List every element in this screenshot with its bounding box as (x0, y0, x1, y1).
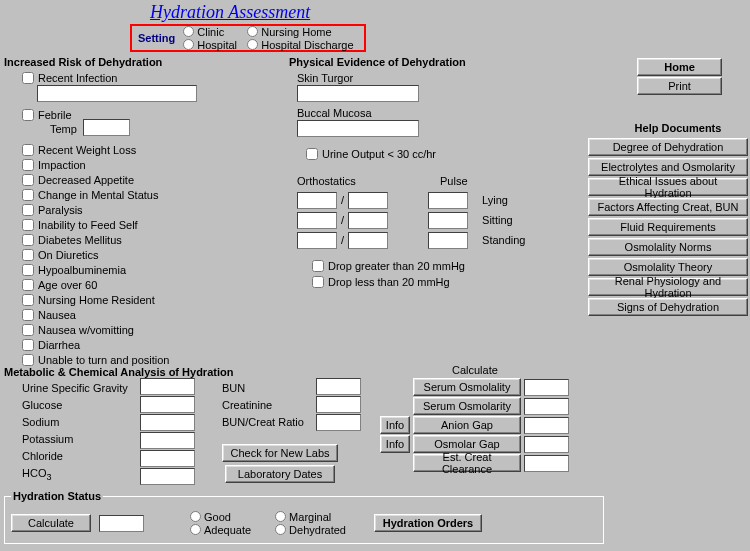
bun-creat-label: BUN/Creat Ratio (222, 416, 304, 428)
ortho-sys-standing[interactable] (297, 232, 337, 249)
potassium-label: Potassium (22, 433, 128, 445)
drop-lt-check[interactable]: Drop less than 20 mmHg (312, 274, 450, 289)
risk-item[interactable]: Impaction (22, 157, 169, 172)
risk-item[interactable]: On Diuretics (22, 247, 169, 262)
lying-label: Lying (482, 194, 508, 206)
drop-lt-label: Drop less than 20 mmHg (328, 276, 450, 288)
help-doc-button[interactable]: Electrolytes and Osmolarity (588, 158, 748, 176)
risk-item[interactable]: Recent Weight Loss (22, 142, 169, 157)
serum-osmolality-result[interactable] (524, 379, 569, 396)
ortho-dia-standing[interactable] (348, 232, 388, 249)
urine-output-label: Urine Output < 30 cc/hr (322, 148, 436, 160)
hco3-input[interactable] (140, 468, 195, 485)
pulse-sitting[interactable] (428, 212, 468, 229)
status-marginal[interactable]: Marginal (275, 510, 346, 523)
ortho-sys-sitting[interactable] (297, 212, 337, 229)
serum-osmolarity-result[interactable] (524, 398, 569, 415)
est-creat-button[interactable]: Est. Creat Clearance (413, 454, 521, 472)
calculate-label: Calculate (452, 364, 498, 376)
anion-gap-button[interactable]: Anion Gap (413, 416, 521, 434)
home-button[interactable]: Home (637, 58, 722, 76)
setting-clinic-label: Clinic (197, 26, 224, 38)
pulse-standing[interactable] (428, 232, 468, 249)
temp-input[interactable] (83, 119, 130, 136)
risk-item[interactable]: Hypoalbuminemia (22, 262, 169, 277)
temp-label: Temp (50, 123, 77, 135)
risk-item[interactable]: Age over 60 (22, 277, 169, 292)
risk-item[interactable]: Nausea (22, 307, 169, 322)
febrile-check[interactable]: Febrile (22, 107, 72, 122)
standing-label: Standing (482, 234, 525, 246)
bun-input[interactable] (316, 378, 361, 395)
urine-output-check[interactable]: Urine Output < 30 cc/hr (306, 146, 436, 161)
recent-infection-input[interactable] (37, 85, 197, 102)
urine-sg-input[interactable] (140, 378, 195, 395)
status-result[interactable] (99, 515, 144, 532)
status-dehydrated[interactable]: Dehydrated (275, 523, 346, 536)
setting-hospital-discharge[interactable]: Hospital Discharge (247, 38, 353, 51)
info-anion-button[interactable]: Info (380, 416, 410, 434)
help-doc-button[interactable]: Fluid Requirements (588, 218, 748, 236)
est-creat-result[interactable] (524, 455, 569, 472)
lab-dates-button[interactable]: Laboratory Dates (225, 465, 335, 483)
page-title: Hydration Assessment (150, 2, 310, 23)
risk-item[interactable]: Paralysis (22, 202, 169, 217)
setting-nursing-home[interactable]: Nursing Home (247, 25, 353, 38)
risk-item[interactable]: Change in Mental Status (22, 187, 169, 202)
risk-item[interactable]: Unable to turn and position (22, 352, 169, 367)
risk-item[interactable]: Decreased Appetite (22, 172, 169, 187)
risk-item[interactable]: Nursing Home Resident (22, 292, 169, 307)
skin-turgor-input[interactable] (297, 85, 419, 102)
setting-hospital-label: Hospital (197, 39, 237, 51)
help-doc-button[interactable]: Osmolality Theory (588, 258, 748, 276)
physical-heading: Physical Evidence of Dehydration (289, 56, 466, 68)
serum-osmolarity-button[interactable]: Serum Osmolarity (413, 397, 521, 415)
chloride-label: Chloride (22, 450, 128, 462)
help-doc-button[interactable]: Factors Affecting Creat, BUN (588, 198, 748, 216)
sodium-input[interactable] (140, 414, 195, 431)
creatinine-label: Creatinine (222, 399, 304, 411)
help-doc-button[interactable]: Signs of Dehydration (588, 298, 748, 316)
bun-label: BUN (222, 382, 304, 394)
bun-creat-input[interactable] (316, 414, 361, 431)
anion-gap-result[interactable] (524, 417, 569, 434)
print-button[interactable]: Print (637, 77, 722, 95)
chloride-input[interactable] (140, 450, 195, 467)
help-doc-button[interactable]: Osmolality Norms (588, 238, 748, 256)
help-doc-button[interactable]: Ethical Issues about Hydration (588, 178, 748, 196)
ortho-sys-lying[interactable] (297, 192, 337, 209)
risk-item[interactable]: Diarrhea (22, 337, 169, 352)
ortho-dia-sitting[interactable] (348, 212, 388, 229)
creatinine-input[interactable] (316, 396, 361, 413)
risk-item[interactable]: Nausea w/vomitting (22, 322, 169, 337)
recent-infection-label: Recent Infection (38, 72, 118, 84)
ortho-dia-lying[interactable] (348, 192, 388, 209)
status-adequate[interactable]: Adequate (190, 523, 251, 536)
status-calculate-button[interactable]: Calculate (11, 514, 91, 532)
drop-gt-check[interactable]: Drop greater than 20 mmHg (312, 258, 465, 273)
serum-osmolality-button[interactable]: Serum Osmolality (413, 378, 521, 396)
sitting-label: Sitting (482, 214, 513, 226)
pulse-label: Pulse (440, 175, 468, 187)
check-labs-button[interactable]: Check for New Labs (222, 444, 338, 462)
help-doc-button[interactable]: Renal Physiology and Hydration (588, 278, 748, 296)
info-osmolar-button[interactable]: Info (380, 435, 410, 453)
hydration-status-group: Hydration Status Calculate Good Adequate… (4, 490, 604, 544)
potassium-input[interactable] (140, 432, 195, 449)
pulse-lying[interactable] (428, 192, 468, 209)
help-doc-button[interactable]: Degree of Dehydration (588, 138, 748, 156)
buccal-mucosa-label: Buccal Mucosa (297, 107, 372, 119)
hydration-orders-button[interactable]: Hydration Orders (374, 514, 482, 532)
setting-hospital-discharge-label: Hospital Discharge (261, 39, 353, 51)
glucose-input[interactable] (140, 396, 195, 413)
setting-hospital[interactable]: Hospital (183, 38, 247, 51)
buccal-mucosa-input[interactable] (297, 120, 419, 137)
risk-item[interactable]: Inability to Feed Self (22, 217, 169, 232)
setting-clinic[interactable]: Clinic (183, 25, 247, 38)
recent-infection-check[interactable]: Recent Infection (22, 70, 118, 85)
status-good[interactable]: Good (190, 510, 251, 523)
metabolic-heading: Metabolic & Chemical Analysis of Hydrati… (4, 366, 233, 378)
osmolar-gap-result[interactable] (524, 436, 569, 453)
risk-item[interactable]: Diabetes Mellitus (22, 232, 169, 247)
skin-turgor-label: Skin Turgor (297, 72, 353, 84)
